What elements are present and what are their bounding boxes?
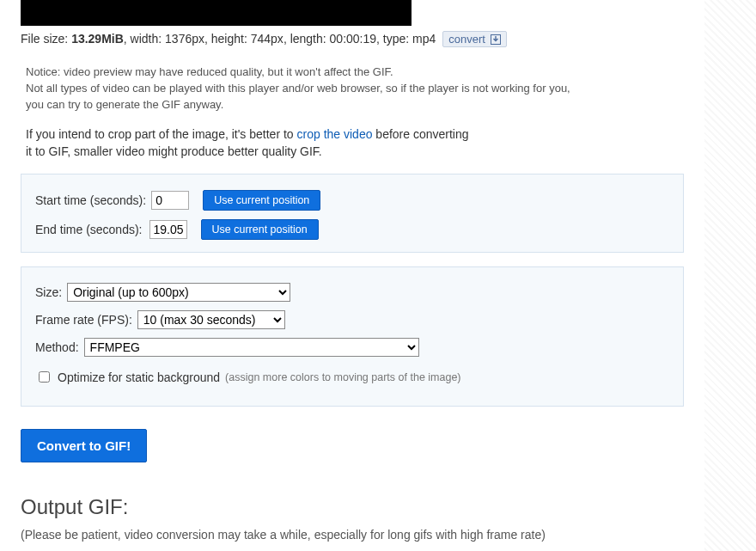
size-select[interactable]: Original (up to 600px) xyxy=(67,283,290,302)
video-preview xyxy=(21,0,412,26)
use-current-start-button[interactable]: Use current position xyxy=(203,190,320,211)
method-label: Method: xyxy=(35,340,79,354)
height-value: 744px xyxy=(251,32,284,46)
use-current-end-button[interactable]: Use current position xyxy=(201,219,319,240)
width-label: , width: xyxy=(124,32,165,46)
type-value: mp4 xyxy=(412,32,436,46)
convert-to-gif-button[interactable]: Convert to GIF! xyxy=(21,429,147,462)
file-size-value: 13.29MiB xyxy=(71,32,124,46)
crop-video-link[interactable]: crop the video xyxy=(297,127,373,141)
notice-text: Notice: video preview may have reduced q… xyxy=(26,64,684,113)
download-icon xyxy=(491,34,501,45)
file-size-label: File size: xyxy=(21,32,71,46)
start-time-label: Start time (seconds): xyxy=(35,193,146,207)
crop-note-before: If you intend to crop part of the image,… xyxy=(26,127,297,141)
height-label: , height: xyxy=(204,32,251,46)
optimize-checkbox[interactable] xyxy=(39,371,50,383)
time-panel: Start time (seconds): Use current positi… xyxy=(21,174,684,253)
notice-line1: Notice: video preview may have reduced q… xyxy=(26,64,684,81)
width-value: 1376px xyxy=(165,32,204,46)
start-time-input[interactable] xyxy=(151,191,189,210)
fps-label: Frame rate (FPS): xyxy=(35,313,132,327)
optimize-hint: (assign more colors to moving parts of t… xyxy=(225,371,460,383)
options-panel: Size: Original (up to 600px) Frame rate … xyxy=(21,266,684,407)
fps-select[interactable]: 10 (max 30 seconds) xyxy=(137,310,285,329)
notice-line2: Not all types of video can be played wit… xyxy=(26,81,576,113)
type-label: , type: xyxy=(376,32,412,46)
end-time-input[interactable] xyxy=(149,220,187,239)
optimize-label: Optimize for static background xyxy=(58,370,220,384)
convert-inline-label: convert xyxy=(448,33,485,46)
patient-note: (Please be patient, video conversion may… xyxy=(21,528,684,542)
file-info: File size: 13.29MiB, width: 1376px, heig… xyxy=(21,31,684,47)
end-time-label: End time (seconds): xyxy=(35,223,143,236)
method-select[interactable]: FFMPEG xyxy=(84,338,419,357)
crop-note: If you intend to crop part of the image,… xyxy=(26,126,472,161)
convert-inline-button[interactable]: convert xyxy=(442,31,506,47)
length-label: , length: xyxy=(284,32,330,46)
length-value: 00:00:19 xyxy=(330,32,377,46)
output-heading: Output GIF: xyxy=(21,495,684,519)
size-label: Size: xyxy=(35,285,62,299)
